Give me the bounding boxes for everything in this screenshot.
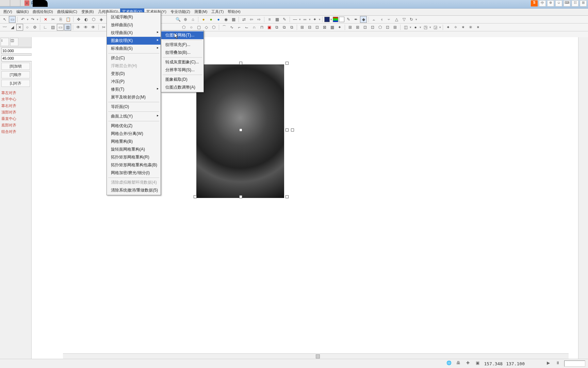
star5-icon[interactable]: ✴ xyxy=(475,24,481,31)
pentagon-icon[interactable]: ⬠ xyxy=(180,24,187,31)
diamond-icon[interactable]: ◇ xyxy=(203,24,210,31)
tool-c-icon[interactable]: ◈ xyxy=(98,16,104,23)
grp1-icon[interactable]: ⊞ xyxy=(299,24,306,31)
menu-region-relief[interactable]: 区域浮雕(R) xyxy=(107,13,161,21)
ime-4-icon[interactable]: ☷ xyxy=(572,0,578,6)
ime-logo-icon[interactable]: S xyxy=(531,0,538,6)
arc6-icon[interactable]: ⊓ xyxy=(258,24,265,31)
color2-swatch[interactable] xyxy=(333,17,338,22)
menu-loft-surface[interactable]: 放样曲面(U) xyxy=(107,21,161,29)
arc1-icon[interactable]: ⌒ xyxy=(221,24,228,31)
eye2-icon[interactable]: 👁 xyxy=(82,24,89,31)
dropper-icon[interactable]: ✎ xyxy=(345,16,352,23)
menu-curve-draw[interactable]: 曲线绘制(D) xyxy=(31,9,55,15)
image-texture-submenu[interactable]: 位图转网格(T)... 纹理填充(F)... 纹理叠加(B)... 转成灰度图象… xyxy=(161,30,204,39)
menu-image-texture[interactable]: 图象纹理(K) xyxy=(107,37,161,39)
circle-icon[interactable]: ○ xyxy=(24,24,31,31)
light1-icon[interactable]: ● xyxy=(200,16,207,23)
copy-icon[interactable]: ⎘ xyxy=(57,16,64,23)
line-w-icon[interactable]: ═ xyxy=(301,16,308,23)
ime-3-icon[interactable]: ⌨ xyxy=(564,0,570,6)
grp5-icon[interactable]: ▦ xyxy=(329,24,336,31)
light3-icon[interactable]: ● xyxy=(215,16,222,23)
undo-icon[interactable]: ↶ xyxy=(19,16,26,23)
x-icon[interactable]: ✕ xyxy=(16,24,23,31)
target-icon[interactable]: ⊕ xyxy=(182,16,189,23)
submenu-bitmap-to-mesh[interactable]: 位图转网格(T)... xyxy=(161,31,203,39)
menu-view[interactable]: 图(V) xyxy=(1,9,14,15)
close-icon[interactable]: × xyxy=(24,0,30,6)
t3-icon[interactable]: ⊡ xyxy=(362,24,369,31)
wave-icon[interactable]: 〰 xyxy=(1,24,8,31)
panel-tool1-icon[interactable]: ↕ xyxy=(1,38,9,39)
tab-3[interactable]: × xyxy=(20,0,31,6)
arrow2-icon[interactable]: ⇦ xyxy=(248,16,255,23)
menu-curve-edit[interactable]: 曲线编辑(C) xyxy=(55,9,79,15)
dup1-icon[interactable]: ⧉ xyxy=(273,24,280,31)
tab-2[interactable] xyxy=(10,0,20,6)
t4-icon[interactable]: ⊡ xyxy=(369,24,376,31)
layers-icon[interactable]: ≡ xyxy=(266,16,273,23)
mesh-icon[interactable]: ▦ xyxy=(230,16,237,23)
move-icon[interactable]: ✥ xyxy=(75,16,82,23)
tool-select-icon[interactable]: ▭ xyxy=(9,16,16,23)
menu-transform[interactable]: 变换(B) xyxy=(79,9,96,15)
dup2-icon[interactable]: ⧉ xyxy=(281,24,288,31)
arc3-icon[interactable]: ⌐ xyxy=(236,24,243,31)
ime-lang-icon[interactable]: 中 xyxy=(539,0,546,6)
grp2-icon[interactable]: ⊟ xyxy=(306,24,313,31)
home-icon[interactable]: ⌂ xyxy=(190,16,196,23)
align5-icon[interactable]: ▽ xyxy=(401,16,407,23)
arc2-icon[interactable]: ∿ xyxy=(228,24,235,31)
cube3-icon[interactable]: ◲ xyxy=(432,24,439,31)
doc-tabs[interactable]: × xyxy=(0,0,31,6)
arrow1-icon[interactable]: ⇄ xyxy=(241,16,247,23)
star2-icon[interactable]: ✧ xyxy=(452,24,459,31)
art-surface-menu[interactable]: 区域浮雕(R) 放样曲面(U) 纹理曲面(X) 图象纹理(K) 标准曲面(S) … xyxy=(107,12,161,39)
menu-texture-surface[interactable]: 纹理曲面(X) xyxy=(107,29,161,37)
cut-icon[interactable]: ✂ xyxy=(50,16,56,23)
star1-icon[interactable]: ✦ xyxy=(445,24,452,31)
dup3-icon[interactable]: ⧉ xyxy=(288,24,295,31)
fill-icon[interactable]: ◆ xyxy=(360,16,367,23)
star4-icon[interactable]: ✳ xyxy=(467,24,474,31)
ime-1-icon[interactable]: ⊕ xyxy=(547,0,554,6)
refresh-icon[interactable]: ↻ xyxy=(408,16,415,23)
line-style-icon[interactable]: — xyxy=(292,16,298,23)
square-icon[interactable]: ▢ xyxy=(195,24,202,31)
t7-icon[interactable]: ⊞ xyxy=(392,24,398,31)
eye1-icon[interactable]: 👁 xyxy=(75,24,82,31)
t1-icon[interactable]: ⊞ xyxy=(347,24,354,31)
menu-bar[interactable]: 图(V) 编辑(E) 曲线绘制(D) 曲线编辑(C) 变换(B) 几何曲面(G)… xyxy=(0,9,588,16)
t5-icon[interactable]: ⬠ xyxy=(377,24,383,31)
arrow3-icon[interactable]: ⇨ xyxy=(256,16,262,23)
tool-a-icon[interactable]: ◐ xyxy=(83,16,89,23)
ime-5-icon[interactable]: ⊞ xyxy=(580,0,587,6)
eye3-icon[interactable]: 👁 xyxy=(90,24,97,31)
redo-icon[interactable]: ↷ xyxy=(29,16,36,23)
menu-help[interactable]: 帮助(H) xyxy=(226,9,242,15)
brush-icon[interactable]: ✎ xyxy=(281,16,288,23)
paste-icon[interactable]: 📋 xyxy=(65,16,71,23)
pen-icon[interactable]: ✒ xyxy=(353,16,359,23)
rec-icon[interactable]: ▣ xyxy=(266,24,273,31)
color3-swatch[interactable] xyxy=(339,17,344,22)
ime-2-icon[interactable]: ☺ xyxy=(555,0,562,6)
tool-b-icon[interactable]: ⬡ xyxy=(90,16,97,23)
render-icon[interactable]: ◉ xyxy=(223,16,229,23)
align4-icon[interactable]: △ xyxy=(393,16,400,23)
gear-icon[interactable]: ⚙ xyxy=(31,24,38,31)
scissors-icon[interactable]: ✂ xyxy=(100,24,107,31)
poly-icon[interactable]: ⬡ xyxy=(210,24,217,31)
menu-measure[interactable]: 测量(M) xyxy=(192,9,210,15)
star3-icon[interactable]: ✶ xyxy=(460,24,467,31)
zoom-icon[interactable]: 🔍 xyxy=(175,16,181,23)
cube2-icon[interactable]: ◳ xyxy=(422,24,429,31)
hexagon-icon[interactable]: ○ xyxy=(188,24,195,31)
box2-icon[interactable]: ▥ xyxy=(64,24,71,31)
box-icon[interactable]: ▭ xyxy=(57,24,64,31)
sphere-icon[interactable]: ● xyxy=(412,24,419,31)
tool-cursor-icon[interactable]: ↖ xyxy=(1,16,8,23)
cube1-icon[interactable]: ◫ xyxy=(402,24,409,31)
light2-icon[interactable]: ● xyxy=(208,16,214,23)
